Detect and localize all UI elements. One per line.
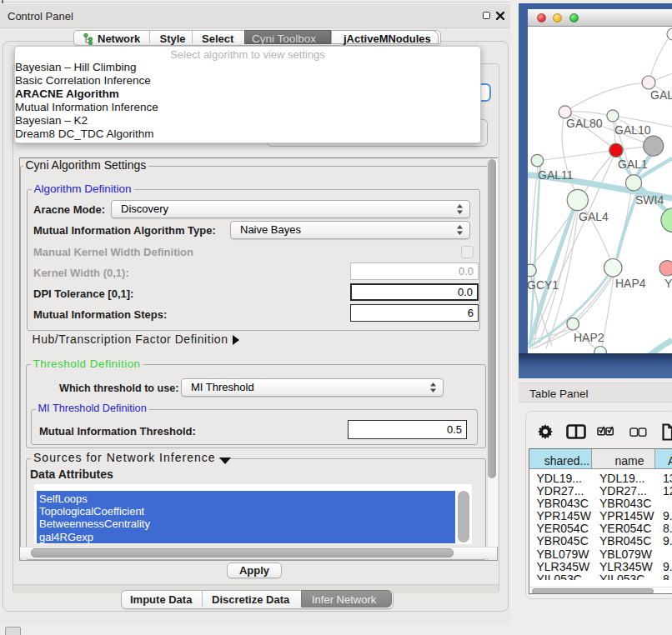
svg-text:Y: Y bbox=[664, 277, 672, 290]
svg-text:HAP2: HAP2 bbox=[574, 331, 604, 344]
svg-text:GAL10: GAL10 bbox=[614, 123, 651, 137]
svg-text:GCY1: GCY1 bbox=[528, 278, 559, 292]
svg-text:GAL: GAL bbox=[650, 88, 672, 102]
svg-text:SWI4: SWI4 bbox=[635, 193, 664, 207]
svg-text:GAL80: GAL80 bbox=[566, 117, 603, 130]
svg-text:GAL11: GAL11 bbox=[538, 168, 574, 182]
svg-text:HAP4: HAP4 bbox=[615, 277, 646, 290]
svg-text:GAL4: GAL4 bbox=[579, 210, 609, 223]
svg-text:GAL1: GAL1 bbox=[618, 158, 648, 171]
